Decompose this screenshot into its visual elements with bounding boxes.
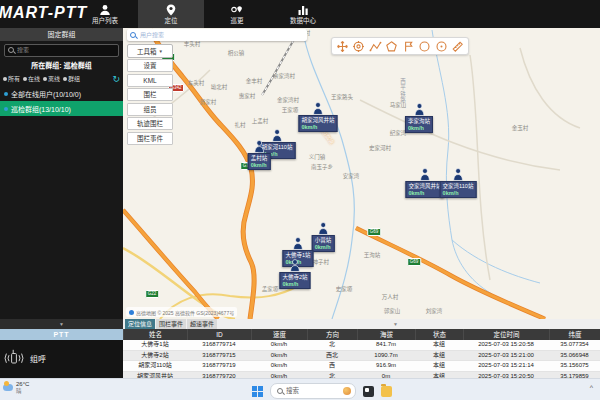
task-view-icon[interactable] (363, 386, 374, 397)
map-marker[interactable]: 孟村站0km/h (248, 140, 271, 170)
panel-collapse-button[interactable]: ▼ (393, 319, 398, 329)
polyline-icon[interactable] (369, 40, 382, 53)
edge-browser-icon[interactable] (399, 386, 410, 397)
toolbox-button[interactable]: 工具箱 ▼ (127, 44, 173, 58)
ptt-button[interactable]: PTT (0, 329, 123, 340)
tab-patrol[interactable]: 巡更 (204, 0, 270, 28)
person-marker-icon (453, 168, 464, 181)
marker-name: 大佛寺2站 (282, 274, 307, 281)
place-label: 万人村 (382, 293, 399, 301)
road-badge: G69 (367, 228, 381, 236)
toolbox-menu: 设置KML围栏组员轨迹围栏围栏事件 (127, 59, 173, 146)
sidebar-search-input[interactable] (17, 45, 115, 55)
marker-speed: 0km/h (282, 281, 307, 288)
nav-tabs: 用户列表定位巡更数据中心 (72, 0, 336, 28)
table-cell: 大佛寺2站 (123, 351, 187, 361)
marker-label: 交家湾110站0km/h (440, 181, 477, 198)
person-marker-icon (290, 259, 301, 272)
tab-label: 数据中心 (290, 17, 316, 24)
pan-move-icon[interactable] (336, 40, 349, 53)
filter-离线[interactable]: 离线 (43, 74, 60, 83)
panel-tabs: 定位信息围栏事件超速事件 (123, 319, 600, 329)
place-label: 刘家湾 (426, 307, 443, 315)
map-user-search[interactable] (127, 29, 307, 41)
place-label: 贺家村 (200, 98, 217, 106)
online-dot-icon (4, 92, 8, 96)
refresh-icon[interactable]: ↻ (112, 75, 120, 83)
group-list: 全部在线用户(10/10/0)巡检群组(13/10/10) (0, 86, 123, 116)
table-cell: 北 (307, 340, 357, 350)
media-app-icon[interactable] (435, 386, 446, 397)
measure-icon[interactable] (451, 40, 464, 53)
group-list-item[interactable]: 巡检群组(13/10/10) (0, 101, 123, 116)
column-header: 姓名 (123, 329, 187, 340)
online-dot-icon (4, 107, 8, 111)
panel-tab[interactable]: 超速事件 (187, 319, 217, 329)
person-marker-icon (419, 168, 430, 181)
map-roads (123, 28, 600, 319)
panel-tab[interactable]: 围栏事件 (156, 319, 186, 329)
panel-tab[interactable]: 定位信息 (125, 319, 155, 329)
tray-chevron-icon[interactable]: ^ (590, 384, 593, 391)
marker-name: 孟村站 (251, 155, 268, 162)
amap-logo-icon (129, 310, 134, 315)
start-button[interactable] (252, 386, 263, 397)
toolbox-item[interactable]: 围栏事件 (127, 132, 173, 145)
map-attribution: 高德地图 © 2025 高德软件 GS(2023)4677号 (126, 307, 237, 317)
toolbox-button-label: 工具箱 (137, 46, 157, 56)
taskbar-search-input[interactable] (286, 384, 334, 397)
map-marker[interactable]: 交家湾110站0km/h (440, 168, 477, 198)
map-marker[interactable]: 小营站0km/h (312, 222, 335, 252)
map-canvas[interactable]: 福银高速 西平铁路 丰头村相公镇下孟村车头村坳北村金丰村佘家湾村金家湾村贺家村惠… (123, 28, 600, 319)
bottom-panel: 定位信息围栏事件超速事件 ▼ 姓名ID速度方向海拔状态定位时间纬度 大佛寺1站3… (123, 319, 600, 378)
table-cell: 3168779714 (187, 340, 251, 350)
top-navbar: SMART-PTT 用户列表定位巡更数据中心 (0, 0, 600, 28)
tab-location[interactable]: 定位 (138, 0, 204, 28)
map-marker[interactable]: 大佛寺2站0km/h (279, 259, 310, 289)
folder-icon[interactable] (381, 386, 392, 397)
toolbox-item[interactable]: 组员 (127, 103, 173, 116)
tab-user-list[interactable]: 用户列表 (72, 0, 138, 28)
toolbox-item[interactable]: 设置 (127, 59, 173, 72)
filter-群组[interactable]: 群组 (63, 74, 80, 83)
table-cell: 1090.7m (357, 351, 415, 361)
filter-label: 群组 (68, 74, 80, 83)
person-marker-icon (413, 103, 424, 116)
table-row[interactable]: 大佛寺1站31687797140km/h北841.7m本组2025-07-03 … (123, 340, 600, 351)
place-label: 安家湾 (343, 172, 360, 180)
table-cell: 0km/h (251, 351, 307, 361)
place-label: 史家塬 (336, 285, 353, 293)
marker-speed: 0km/h (408, 125, 430, 132)
map-user-search-input[interactable] (140, 29, 300, 41)
filter-所有[interactable]: 所有 (3, 74, 20, 83)
table-row[interactable]: 胡家河110站31687797190km/h西916.9m本组2025-07-0… (123, 361, 600, 372)
table-row[interactable]: 大佛寺2站31687797150km/h西北1090.7m本组2025-07-0… (123, 351, 600, 362)
store-app-icon[interactable] (417, 386, 428, 397)
polygon-icon[interactable] (385, 40, 398, 53)
group-call-button[interactable]: 组呼 (0, 340, 123, 378)
map-marker[interactable]: 李家沟站0km/h (405, 103, 433, 133)
ptt-app-icon[interactable] (453, 386, 464, 397)
map-marker[interactable]: 胡家河风井站0km/h (298, 102, 337, 132)
circle-icon[interactable] (418, 40, 431, 53)
weather-widget[interactable]: 26°C 晴 (3, 381, 29, 394)
table-cell: 本组 (415, 351, 463, 361)
compass-icon[interactable] (352, 40, 365, 53)
fixed-groups-header: 固定群组 (0, 28, 123, 41)
place-label: 坳北村 (211, 83, 228, 91)
table-cell: 3168779715 (187, 351, 251, 361)
sidebar-search[interactable] (4, 44, 119, 57)
table-cell: 35.066948 (549, 351, 600, 361)
taskbar-search[interactable] (270, 383, 356, 399)
target-icon[interactable] (435, 40, 448, 53)
toolbox-item[interactable]: KML (127, 74, 173, 87)
tab-data-center[interactable]: 数据中心 (270, 0, 336, 28)
toolbox-item[interactable]: 轨迹围栏 (127, 117, 173, 130)
group-list-item[interactable]: 全部在线用户(10/10/0) (0, 86, 123, 101)
filter-在线[interactable]: 在线 (23, 74, 40, 83)
toolbox-item[interactable]: 围栏 (127, 88, 173, 101)
search-icon (277, 388, 283, 394)
flag-icon[interactable] (402, 40, 415, 53)
sidebar-collapse-button[interactable]: ▼ (0, 319, 123, 329)
place-label: 佘家湾村 (273, 72, 295, 80)
